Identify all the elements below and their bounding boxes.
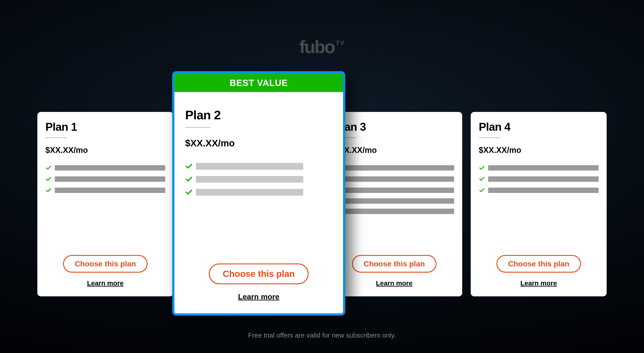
feature-placeholder <box>196 163 303 170</box>
feature-placeholder <box>488 176 598 182</box>
feature-item <box>185 175 332 183</box>
feature-item <box>334 165 454 171</box>
feature-item <box>185 188 332 196</box>
pricing-card-plan-2-highlighted[interactable]: BEST VALUE Plan 2 $XX.XX/mo Choose this … <box>172 71 345 316</box>
pricing-card-plan-3[interactable]: Plan 3 $XX.XX/mo <box>326 112 462 296</box>
feature-item <box>334 176 454 182</box>
plan-title: Plan 3 <box>334 120 454 133</box>
feature-placeholder <box>55 188 165 193</box>
choose-plan-button[interactable]: Choose this plan <box>352 255 436 273</box>
feature-item <box>46 187 165 193</box>
pricing-card-plan-4[interactable]: Plan 4 $XX.XX/mo Choose this plan Learn … <box>471 112 607 296</box>
feature-placeholder <box>196 189 303 196</box>
feature-placeholder <box>344 176 454 182</box>
plan-title: Plan 4 <box>479 120 598 133</box>
check-icon <box>479 187 485 193</box>
learn-more-link[interactable]: Learn more <box>520 279 557 287</box>
plan-price: $XX.XX/mo <box>334 146 454 155</box>
choose-plan-button[interactable]: Choose this plan <box>496 255 581 273</box>
check-icon <box>185 188 193 196</box>
disclaimer-text: Free trial offers are valid for new subs… <box>0 331 644 339</box>
brand-logo-text: fubo <box>299 38 334 56</box>
choose-plan-button[interactable]: Choose this plan <box>209 263 308 284</box>
feature-placeholder <box>344 209 454 214</box>
divider <box>479 137 500 138</box>
feature-item <box>334 187 454 193</box>
check-icon <box>479 165 485 171</box>
feature-placeholder <box>488 188 598 193</box>
check-icon <box>46 176 52 182</box>
feature-placeholder <box>196 176 303 183</box>
feature-placeholder <box>344 198 454 204</box>
check-icon <box>479 176 485 182</box>
feature-list <box>479 165 598 193</box>
pricing-card-plan-1[interactable]: Plan 1 $XX.XX/mo Choose this plan Learn … <box>37 112 173 296</box>
check-icon <box>46 165 52 171</box>
feature-item <box>479 187 598 193</box>
feature-list <box>46 165 165 193</box>
feature-item <box>334 198 454 204</box>
best-value-banner: BEST VALUE <box>174 73 343 92</box>
feature-placeholder <box>344 165 454 171</box>
brand-logo-suffix: TV <box>336 40 345 46</box>
feature-item <box>479 165 598 171</box>
feature-placeholder <box>55 176 165 182</box>
learn-more-link[interactable]: Learn more <box>238 292 279 301</box>
feature-item <box>334 209 454 214</box>
feature-item <box>185 163 332 170</box>
choose-plan-button[interactable]: Choose this plan <box>63 255 148 273</box>
feature-list <box>334 165 454 214</box>
plan-price: $XX.XX/mo <box>46 146 165 155</box>
feature-item <box>479 176 598 182</box>
feature-list <box>185 163 332 196</box>
learn-more-link[interactable]: Learn more <box>87 279 124 287</box>
plan-title: Plan 2 <box>185 108 332 122</box>
divider <box>185 127 210 128</box>
check-icon <box>185 163 193 170</box>
feature-placeholder <box>55 165 165 171</box>
check-icon <box>46 187 52 193</box>
plan-price: $XX.XX/mo <box>185 138 332 149</box>
plan-price: $XX.XX/mo <box>479 146 598 155</box>
divider <box>46 137 67 138</box>
brand-logo: fubo TV <box>299 38 344 56</box>
feature-item <box>46 176 165 182</box>
plan-title: Plan 1 <box>46 120 165 133</box>
feature-placeholder <box>344 188 454 193</box>
check-icon <box>185 175 193 183</box>
feature-item <box>46 165 165 171</box>
feature-placeholder <box>488 165 598 171</box>
learn-more-link[interactable]: Learn more <box>376 279 412 287</box>
